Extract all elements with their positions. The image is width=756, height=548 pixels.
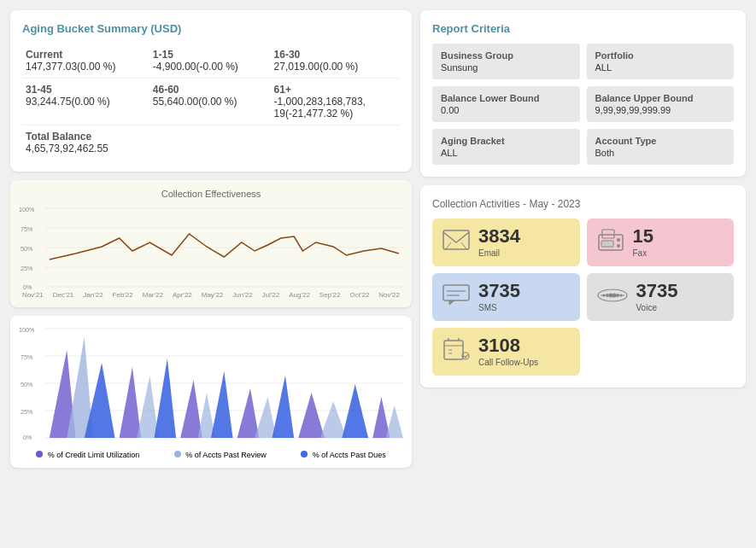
svg-marker-32: [298, 393, 325, 438]
svg-text:0%: 0%: [23, 434, 32, 440]
svg-rect-42: [601, 241, 613, 247]
svg-marker-28: [211, 371, 233, 438]
aging-cell: 61+ -1,000,283,168,783,19(-21,477.32 %): [271, 79, 400, 125]
aging-cell: 46-60 55,640.00(0.00 %): [149, 79, 271, 125]
line-chart-svg: 100% 75% 50% 25% 0%: [19, 204, 403, 289]
svg-marker-26: [180, 380, 202, 438]
svg-point-53: [612, 294, 616, 298]
left-panel: Aging Bucket Summary (USD) Current 147,3…: [10, 10, 412, 538]
criteria-item-balance-lower: Balance Lower Bound 0.00: [432, 86, 580, 122]
svg-point-43: [617, 238, 620, 242]
svg-marker-29: [237, 388, 260, 438]
collection-voice-item: 3735 Voice: [587, 273, 735, 321]
svg-text:100%: 100%: [19, 327, 35, 333]
svg-point-54: [616, 294, 619, 297]
bar-chart-card: 100% 75% 50% 25% 0%: [10, 316, 412, 468]
legend-review: % of Accts Past Review: [174, 451, 267, 459]
criteria-item-portfolio: Portfolio ALL: [587, 44, 735, 79]
legend-dues: % of Accts Past Dues: [301, 451, 386, 459]
svg-rect-56: [444, 341, 463, 359]
svg-point-44: [617, 244, 620, 248]
table-row: 31-45 93,244.75(0.00 %) 46-60 55,640.00(…: [22, 79, 400, 125]
svg-point-51: [606, 294, 609, 297]
email-icon: [442, 228, 470, 257]
svg-rect-37: [443, 230, 469, 249]
svg-text:100%: 100%: [19, 207, 35, 213]
aging-cell: 16-30 27,019.00(0.00 %): [271, 44, 400, 79]
line-chart-area: 100% 75% 50% 25% 0%: [19, 204, 403, 289]
collection-activities-title: Collection Activities - May - 2023: [432, 197, 734, 210]
svg-text:25%: 25%: [21, 265, 33, 271]
aging-cell: [149, 125, 271, 160]
aging-cell: Current 147,377.03(0.00 %): [22, 44, 149, 79]
collection-callfu-item: 3108 Call Follow-Ups: [432, 328, 580, 376]
callfu-icon: [442, 337, 470, 366]
report-criteria-card: Report Criteria Business Group Sunsung P…: [420, 10, 746, 177]
svg-marker-25: [155, 359, 177, 438]
collection-activities-grid: 3834 Email 15 Fax: [432, 219, 734, 376]
x-axis-labels: Nov'21 Dec'21 Jan'22 Feb'22 Mar'22 Apr'2…: [19, 291, 403, 299]
email-label: Email: [478, 248, 520, 258]
criteria-grid: Business Group Sunsung Portfolio ALL Bal…: [432, 44, 734, 165]
fax-count: 15: [633, 227, 653, 246]
svg-marker-30: [255, 397, 277, 438]
voice-label: Voice: [636, 303, 678, 312]
aging-cell: Total Balance 4,65,73,92,462.55: [22, 125, 149, 160]
aging-cell: 1-15 -4,900.00(-0.00 %): [149, 44, 271, 79]
line-chart-card: Collection Effectiveness 100% 75% 50% 25…: [10, 180, 412, 307]
svg-text:50%: 50%: [21, 382, 33, 388]
line-chart-title: Collection Effectiveness: [19, 189, 403, 199]
svg-marker-33: [320, 401, 347, 438]
svg-marker-23: [120, 367, 142, 438]
svg-point-55: [619, 294, 622, 297]
table-row: Current 147,377.03(0.00 %) 1-15 -4,900.0…: [22, 44, 400, 79]
svg-text:25%: 25%: [21, 409, 33, 415]
svg-point-50: [602, 294, 605, 297]
collection-activities-card: Collection Activities - May - 2023 3834 …: [420, 185, 746, 388]
svg-rect-41: [602, 230, 614, 238]
svg-marker-34: [342, 384, 368, 438]
svg-rect-45: [443, 285, 469, 300]
fax-label: Fax: [633, 248, 653, 258]
table-row: Total Balance 4,65,73,92,462.55: [22, 125, 400, 160]
criteria-item-balance-upper: Balance Upper Bound 9,99,99,99,999.99: [587, 86, 735, 122]
aging-bucket-card: Aging Bucket Summary (USD) Current 147,3…: [10, 10, 412, 172]
legend-credit: % of Credit Limit Utilization: [36, 451, 139, 459]
svg-text:0%: 0%: [23, 284, 32, 289]
voice-icon: [597, 286, 628, 308]
aging-cell: 31-45 93,244.75(0.00 %): [22, 79, 149, 125]
svg-text:75%: 75%: [21, 226, 33, 232]
svg-text:75%: 75%: [21, 354, 33, 360]
right-panel: Report Criteria Business Group Sunsung P…: [420, 10, 746, 538]
chart-legend: % of Credit Limit Utilization % of Accts…: [19, 451, 403, 459]
callfu-label: Call Follow-Ups: [478, 358, 538, 367]
email-count: 3834: [478, 227, 520, 246]
callfu-count: 3108: [478, 336, 538, 355]
voice-count: 3735: [636, 282, 678, 300]
sms-label: SMS: [478, 303, 520, 312]
aging-cell: [271, 125, 400, 160]
svg-marker-31: [273, 376, 295, 438]
fax-icon: [597, 228, 624, 257]
collection-sms-item: 3735 SMS: [432, 273, 580, 321]
aging-bucket-title: Aging Bucket Summary (USD): [22, 22, 400, 35]
sms-count: 3735: [478, 282, 520, 300]
criteria-item-account-type: Account Type Both: [587, 129, 735, 165]
svg-marker-36: [386, 405, 403, 438]
report-criteria-title: Report Criteria: [432, 22, 734, 35]
svg-marker-24: [137, 376, 159, 438]
bar-chart-svg: 100% 75% 50% 25% 0%: [19, 324, 403, 444]
collection-email-item: 3834 Email: [432, 219, 580, 266]
sms-icon: [442, 283, 470, 312]
aging-table: Current 147,377.03(0.00 %) 1-15 -4,900.0…: [22, 44, 400, 160]
criteria-item-business-group: Business Group Sunsung: [432, 44, 580, 79]
criteria-item-aging-bracket: Aging Bracket ALL: [432, 129, 580, 165]
collection-fax-item: 15 Fax: [587, 219, 735, 266]
svg-text:50%: 50%: [21, 246, 33, 252]
